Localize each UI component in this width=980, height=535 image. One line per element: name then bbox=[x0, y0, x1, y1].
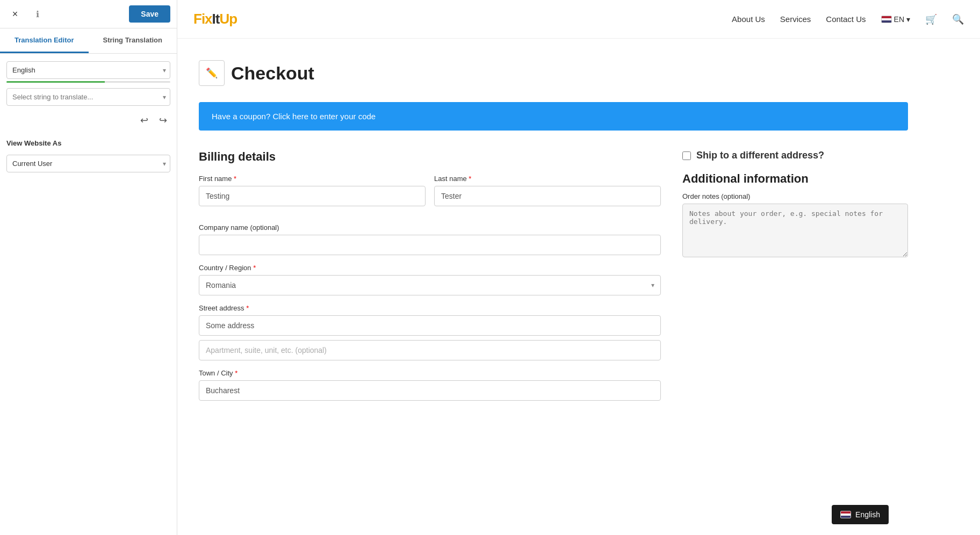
view-as-select-wrapper: Current User Administrator Editor ▾ bbox=[6, 155, 170, 172]
country-select-wrapper: Romania United States United Kingdom ▾ bbox=[199, 275, 661, 295]
save-button[interactable]: Save bbox=[129, 5, 170, 23]
ship-to-different-header: Ship to a different address? bbox=[682, 150, 908, 161]
street-required: * bbox=[246, 304, 249, 312]
view-as-label: View Website As bbox=[6, 135, 170, 149]
main-area: FixItUp About Us Services Contact Us EN … bbox=[177, 0, 980, 535]
left-header: × ℹ Save bbox=[0, 0, 177, 28]
nav-contact-us[interactable]: Contact Us bbox=[826, 15, 866, 24]
undo-button[interactable]: ↩ bbox=[137, 113, 152, 127]
site-logo[interactable]: FixItUp bbox=[193, 11, 237, 27]
country-select[interactable]: Romania United States United Kingdom bbox=[199, 275, 661, 295]
ship-different-checkbox[interactable] bbox=[682, 151, 691, 160]
checkout-title: Checkout bbox=[231, 63, 314, 84]
footer-flag-icon bbox=[840, 511, 851, 518]
language-select-wrapper: English French Spanish German ▾ bbox=[6, 61, 170, 79]
additional-info: Additional information Order notes (opti… bbox=[682, 172, 908, 259]
checkout-header: ✏️ Checkout bbox=[199, 60, 908, 86]
company-name-label: Company name (optional) bbox=[199, 223, 661, 232]
footer-lang-label: English bbox=[855, 510, 880, 519]
language-select[interactable]: English French Spanish German bbox=[6, 61, 170, 79]
last-name-label: Last name * bbox=[434, 175, 661, 183]
additional-info-title: Additional information bbox=[682, 172, 908, 186]
checkout-form-grid: Billing details First name * Last name * bbox=[199, 150, 908, 409]
country-required: * bbox=[253, 264, 256, 272]
language-switcher[interactable]: EN ▾ bbox=[881, 15, 910, 24]
apt-input[interactable] bbox=[199, 340, 661, 360]
company-name-group: Company name (optional) bbox=[199, 223, 661, 255]
left-panel: × ℹ Save Translation Editor String Trans… bbox=[0, 0, 177, 535]
last-name-group: Last name * bbox=[434, 175, 661, 206]
cart-icon[interactable]: 🛒 bbox=[925, 13, 937, 25]
street-address-group: Street address * bbox=[199, 304, 661, 360]
pencil-icon: ✏️ bbox=[206, 67, 218, 79]
left-panel-content: English French Spanish German ▾ ▾ ↩ ↪ Vi… bbox=[0, 54, 177, 180]
last-name-required: * bbox=[469, 175, 471, 183]
tab-string-translation[interactable]: String Translation bbox=[89, 28, 177, 53]
page-content: ✏️ Checkout Have a coupon? Click here to… bbox=[177, 39, 929, 452]
redo-button[interactable]: ↪ bbox=[156, 113, 170, 127]
top-nav: FixItUp About Us Services Contact Us EN … bbox=[177, 0, 980, 39]
first-name-required: * bbox=[234, 175, 236, 183]
undo-redo-controls: ↩ ↪ bbox=[6, 111, 170, 129]
language-progress-bar bbox=[6, 81, 170, 83]
country-group: Country / Region * Romania United States… bbox=[199, 264, 661, 295]
ship-title: Ship to a different address? bbox=[696, 150, 824, 161]
country-label: Country / Region * bbox=[199, 264, 661, 272]
coupon-banner[interactable]: Have a coupon? Click here to enter your … bbox=[199, 102, 908, 131]
close-button[interactable]: × bbox=[6, 5, 24, 23]
edit-icon-box[interactable]: ✏️ bbox=[199, 60, 225, 86]
company-name-input[interactable] bbox=[199, 235, 661, 255]
billing-title: Billing details bbox=[199, 150, 661, 164]
string-select-input[interactable] bbox=[6, 88, 170, 106]
city-label: Town / City * bbox=[199, 369, 661, 377]
lang-code: EN bbox=[894, 15, 904, 24]
city-input[interactable] bbox=[199, 380, 661, 401]
order-notes-label: Order notes (optional) bbox=[682, 192, 908, 200]
logo-fix: Fix bbox=[193, 11, 212, 27]
footer-lang-badge[interactable]: English bbox=[832, 505, 889, 524]
first-name-label: First name * bbox=[199, 175, 426, 183]
street-address-input[interactable] bbox=[199, 315, 661, 336]
flag-icon bbox=[881, 16, 892, 23]
left-tabs: Translation Editor String Translation bbox=[0, 28, 177, 54]
first-name-group: First name * bbox=[199, 175, 426, 206]
street-address-label: Street address * bbox=[199, 304, 661, 312]
first-name-input[interactable] bbox=[199, 186, 426, 206]
logo-it: It bbox=[212, 11, 220, 27]
shipping-section: Ship to a different address? Additional … bbox=[682, 150, 908, 409]
search-icon[interactable]: 🔍 bbox=[952, 13, 964, 25]
nav-about-us[interactable]: About Us bbox=[732, 15, 765, 24]
view-as-select[interactable]: Current User Administrator Editor bbox=[6, 155, 170, 172]
nav-right: About Us Services Contact Us EN ▾ 🛒 🔍 bbox=[732, 13, 964, 25]
lang-chevron-icon: ▾ bbox=[906, 15, 910, 24]
billing-section: Billing details First name * Last name * bbox=[199, 150, 661, 409]
nav-services[interactable]: Services bbox=[780, 15, 811, 24]
info-button[interactable]: ℹ bbox=[29, 5, 46, 23]
order-notes-textarea[interactable] bbox=[682, 204, 908, 257]
string-select-wrapper: ▾ bbox=[6, 88, 170, 106]
city-group: Town / City * bbox=[199, 369, 661, 401]
last-name-input[interactable] bbox=[434, 186, 661, 206]
tab-translation-editor[interactable]: Translation Editor bbox=[0, 28, 89, 53]
name-row: First name * Last name * bbox=[199, 175, 661, 215]
logo-up: Up bbox=[219, 11, 237, 27]
city-required: * bbox=[235, 369, 237, 377]
